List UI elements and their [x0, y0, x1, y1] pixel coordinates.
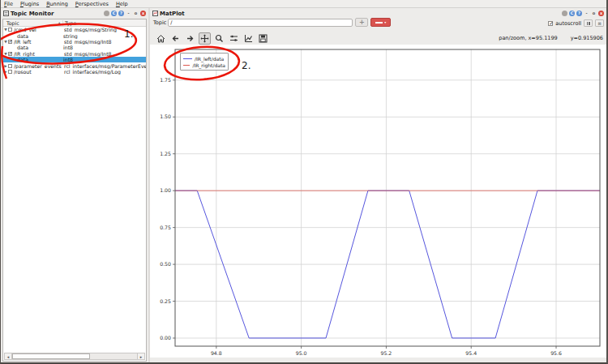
topic-checkbox[interactable] — [8, 64, 12, 68]
topic-type: std_msgs/msg/Int8 — [64, 51, 112, 57]
pan-button[interactable] — [199, 32, 211, 45]
matplot-panel: MatPlot C ? - o x Topic / + ▾ autoscroll… — [150, 8, 606, 362]
subplots-button[interactable] — [228, 32, 240, 45]
help-icon[interactable]: ? — [118, 11, 124, 16]
sliders-icon — [229, 34, 238, 43]
horizontal-scrollbar[interactable]: ◂ ▸ — [4, 353, 145, 360]
autoscroll-checkbox[interactable] — [548, 21, 553, 26]
plot-figure: 94.895.095.295.495.60.000.250.500.751.00… — [150, 45, 608, 358]
tick-label-y: 1.75 — [160, 77, 171, 83]
tree-row[interactable]: datastring — [3, 32, 146, 38]
cursor-status-y: y=0.915906 — [571, 35, 603, 41]
float-icon[interactable]: o — [591, 11, 597, 16]
tree-row[interactable]: ▼/cmd_velstd_msgs/msg/String — [3, 27, 146, 32]
tree-row[interactable]: ▶/parameter_eventsrcl_interfaces/msg/Par… — [3, 62, 146, 68]
help-icon[interactable]: ? — [576, 11, 582, 16]
menu-running[interactable]: Running — [46, 1, 68, 7]
add-topic-button[interactable]: + — [355, 18, 368, 27]
tick-label-x: 94.8 — [211, 350, 222, 356]
pause-icon — [587, 22, 589, 25]
reload-icon[interactable] — [562, 11, 567, 16]
topic-type: int8 — [63, 57, 73, 62]
reload-icon[interactable] — [104, 11, 109, 16]
home-button[interactable] — [155, 32, 167, 45]
legend-label: /IR_right/data — [192, 62, 225, 68]
pause-button[interactable] — [584, 19, 593, 27]
settings-icon[interactable]: C — [111, 11, 117, 16]
tick-label-y: 0.50 — [160, 261, 171, 267]
topic-monitor-panel: Topic Monitor C ? - o x Topic ▲ Type ▼/c… — [1, 8, 148, 362]
scrollbar-handle[interactable] — [12, 353, 90, 359]
column-header-type[interactable]: Type — [63, 20, 76, 26]
axes-plot-icon — [244, 34, 253, 43]
back-button[interactable] — [169, 32, 182, 45]
topic-name: /cmd_vel — [14, 27, 64, 32]
back-arrow-icon — [171, 34, 180, 43]
save-floppy-icon — [259, 34, 268, 43]
tick-label-y: 1.25 — [160, 151, 171, 156]
menu-help[interactable]: Help — [116, 1, 128, 7]
clear-button[interactable]: ⊠ — [595, 19, 604, 27]
float-icon[interactable]: o — [133, 11, 139, 16]
chevron-down-icon: ▾ — [384, 20, 386, 24]
topic-checkbox[interactable] — [8, 40, 12, 44]
forward-button[interactable] — [184, 32, 196, 45]
legend-line-swatch — [183, 65, 190, 66]
topic-type: rcl_interfaces/msg/Log — [64, 69, 121, 75]
tree-row[interactable]: dataint8 — [3, 57, 146, 62]
legend-line-swatch — [183, 58, 192, 59]
pause-icon — [589, 22, 590, 25]
legend-label: /IR_left/data — [195, 56, 224, 62]
matplotlib-toolbar — [155, 31, 269, 45]
topic-input-label: Topic — [153, 19, 166, 26]
cursor-status-mode: pan/zoom, x=95.1199 — [499, 35, 557, 41]
tick-label-x: 95.2 — [381, 350, 392, 356]
topic-name: /rosout — [14, 69, 64, 75]
settings-icon[interactable]: C — [569, 11, 575, 16]
topic-checkbox[interactable] — [8, 70, 12, 74]
topic-monitor-title: Topic Monitor — [11, 11, 54, 17]
axes-frame — [175, 49, 600, 346]
zoom-button[interactable] — [213, 32, 225, 45]
tick-label-x: 95.4 — [465, 350, 477, 356]
legend-entry: /IR_right/data — [183, 62, 225, 68]
topic-checkbox[interactable] — [8, 52, 12, 56]
sort-ascending-icon: ▲ — [58, 21, 61, 25]
remove-topic-button[interactable]: ▾ — [370, 18, 391, 27]
close-icon[interactable]: x — [598, 11, 604, 16]
column-header-topic[interactable]: Topic ▲ — [3, 20, 63, 26]
topic-input-row: Topic / + ▾ — [150, 17, 391, 28]
tick-label-y: 0.00 — [160, 335, 171, 340]
minus-icon — [375, 22, 383, 24]
tree-row[interactable]: ▼/IR_rightstd_msgs/msg/Int8 — [3, 51, 146, 57]
plot-canvas[interactable]: 94.895.095.295.495.60.000.250.500.751.00… — [150, 45, 608, 358]
customize-button[interactable] — [242, 32, 255, 45]
scroll-left-icon[interactable]: ◂ — [5, 353, 12, 359]
menu-plugins[interactable]: Plugins — [20, 1, 39, 7]
topic-monitor-dock-buttons: C ? - o x — [104, 11, 148, 16]
topic-checkbox[interactable] — [8, 28, 12, 32]
tick-label-x: 95.0 — [296, 350, 307, 356]
topic-type: std_msgs/msg/Int8 — [64, 39, 112, 45]
topic-name: /IR_right — [14, 51, 64, 57]
save-button[interactable] — [257, 32, 269, 45]
menu-file[interactable]: File — [4, 1, 13, 7]
tick-label-y: 1.50 — [160, 113, 171, 119]
topic-input[interactable]: / — [168, 19, 353, 27]
topic-monitor-icon — [3, 11, 9, 16]
menu-perspectives[interactable]: Perspectives — [75, 1, 109, 7]
tree-row[interactable]: ▼/IR_leftstd_msgs/msg/Int8 — [3, 39, 146, 45]
tree-row[interactable]: dataint8 — [3, 45, 146, 50]
minimize-icon[interactable]: - — [126, 11, 131, 16]
matplot-dock-buttons: C ? - o x — [562, 11, 606, 16]
cursor-status: pan/zoom, x=95.1199 y=0.915906 — [499, 35, 603, 41]
minimize-icon[interactable]: - — [584, 11, 589, 16]
scroll-right-icon[interactable]: ▸ — [137, 353, 144, 359]
close-icon[interactable]: x — [140, 11, 146, 16]
autoscroll-label: autoscroll — [555, 20, 581, 27]
tree-row[interactable]: ▶/rosoutrcl_interfaces/msg/Log — [3, 69, 146, 75]
scrollbar-track[interactable] — [90, 353, 137, 359]
matplot-icon — [152, 11, 158, 16]
magnifier-icon — [215, 34, 224, 43]
plot-legend: /IR_left/data/IR_right/data — [180, 53, 229, 71]
